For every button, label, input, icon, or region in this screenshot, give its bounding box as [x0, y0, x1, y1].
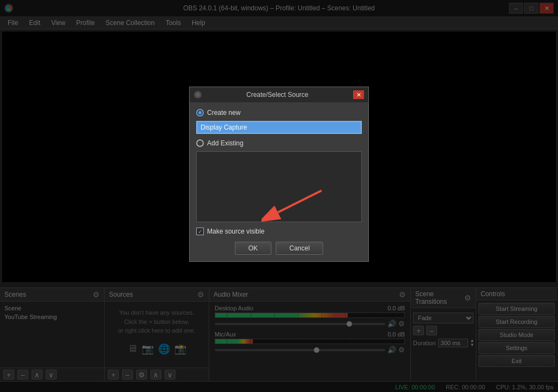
modal-title-bar: Create/Select Source ✕: [190, 87, 368, 102]
source-name-input[interactable]: [196, 121, 362, 134]
modal-ok-button[interactable]: OK: [235, 242, 271, 255]
make-source-visible-row: Make source visible: [196, 228, 362, 235]
add-existing-radio[interactable]: [196, 139, 204, 147]
modal-body: Create new Add Existing Make source visi…: [190, 102, 368, 261]
modal-title-icon: [194, 91, 202, 99]
existing-sources-list[interactable]: [196, 151, 362, 222]
modal-overlay: Create/Select Source ✕ Create new Add Ex…: [0, 0, 558, 392]
add-existing-label: Add Existing: [207, 139, 244, 147]
create-select-source-dialog: Create/Select Source ✕ Create new Add Ex…: [189, 87, 369, 262]
modal-footer: OK Cancel: [196, 242, 362, 255]
create-new-label: Create new: [207, 109, 240, 117]
make-source-visible-label: Make source visible: [207, 228, 264, 235]
make-source-visible-checkbox[interactable]: [196, 228, 204, 235]
create-new-radio-row: Create new: [196, 109, 362, 117]
modal-cancel-button[interactable]: Cancel: [276, 242, 323, 255]
modal-close-button[interactable]: ✕: [353, 90, 364, 99]
modal-title-text: Create/Select Source: [202, 91, 353, 99]
create-new-radio[interactable]: [196, 109, 204, 117]
add-existing-radio-row: Add Existing: [196, 139, 362, 147]
